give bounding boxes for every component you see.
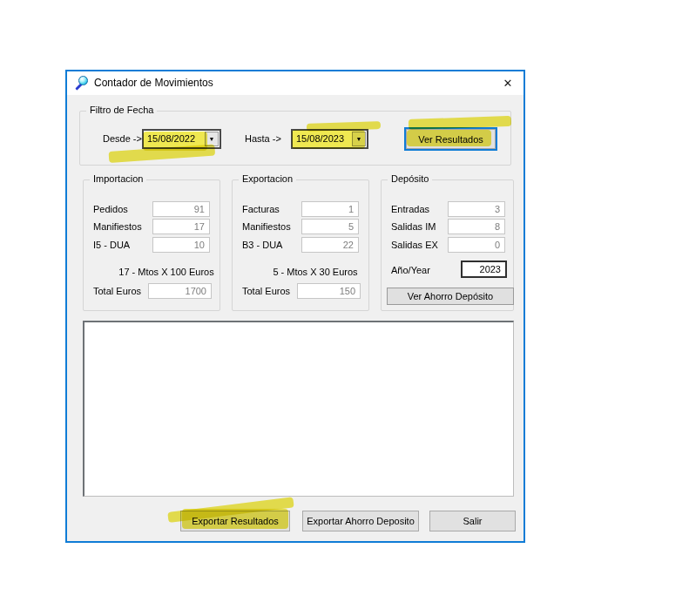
- total-euros-imp-label: Total Euros: [93, 283, 141, 299]
- salidas-ex-field: 0: [448, 237, 505, 253]
- group-importacion: Importacion Pedidos 91 Manifiestos 17 I5…: [83, 179, 220, 311]
- ver-ahorro-deposito-button[interactable]: Ver Ahorro Depósito: [387, 288, 514, 305]
- titlebar[interactable]: Contador de Movimientos ✕: [67, 71, 524, 95]
- importacion-note: 17 - Mtos X 100 Euros: [84, 264, 220, 280]
- desde-date-value: 15/08/2022: [147, 131, 203, 147]
- ver-resultados-button[interactable]: Ver Resultados: [404, 127, 497, 151]
- pedidos-field: 91: [152, 201, 210, 217]
- i5-dua-label: I5 - DUA: [93, 237, 130, 253]
- magnifier-lens: [78, 76, 88, 85]
- manifiestos-exp-field: 5: [301, 219, 359, 234]
- group-deposito: Depósito Entradas 3 Salidas IM 8 Salidas…: [381, 179, 514, 311]
- window-title: Contador de Movimientos: [94, 71, 213, 95]
- total-euros-exp-field: 150: [297, 283, 361, 299]
- desde-date-combobox[interactable]: 15/08/2022 ▼: [142, 129, 221, 149]
- pedidos-label: Pedidos: [93, 201, 128, 217]
- group-deposito-legend: Depósito: [388, 173, 432, 184]
- chevron-down-icon: ▼: [356, 136, 362, 142]
- facturas-label: Facturas: [242, 201, 280, 217]
- exportar-ahorro-deposito-button[interactable]: Exportar Ahorro Deposito: [302, 511, 419, 531]
- desde-dropdown-button[interactable]: ▼: [205, 132, 219, 146]
- results-listbox[interactable]: [83, 321, 514, 497]
- salir-button[interactable]: Salir: [429, 511, 516, 531]
- facturas-field: 1: [301, 201, 359, 217]
- dialog-contador-de-movimientos: Contador de Movimientos ✕ Filtro de Fech…: [65, 70, 525, 543]
- hasta-date-combobox[interactable]: 15/08/2023 ▼: [291, 129, 368, 149]
- salidas-im-field: 8: [448, 219, 505, 234]
- hasta-label: Hasta ->: [245, 131, 281, 146]
- group-exportacion: Exportacion Facturas 1 Manifiestos 5 B3 …: [232, 179, 369, 311]
- exportacion-note: 5 - Mtos X 30 Euros: [233, 264, 368, 280]
- desde-label: Desde ->: [103, 131, 142, 146]
- group-importacion-legend: Importacion: [90, 173, 146, 184]
- desktop-background: Contador de Movimientos ✕ Filtro de Fech…: [0, 0, 689, 616]
- manifiestos-exp-label: Manifiestos: [242, 219, 291, 234]
- entradas-field: 3: [448, 201, 505, 217]
- magnifier-icon: [75, 76, 89, 90]
- salidas-im-label: Salidas IM: [391, 219, 436, 234]
- close-icon[interactable]: ✕: [498, 75, 517, 91]
- chevron-down-icon: ▼: [209, 136, 215, 142]
- salidas-ex-label: Salidas EX: [391, 237, 438, 253]
- group-exportacion-legend: Exportacion: [239, 173, 296, 184]
- b3-dua-field: 22: [301, 237, 359, 253]
- total-euros-exp-label: Total Euros: [242, 283, 290, 299]
- hasta-date-value: 15/08/2023: [296, 131, 350, 147]
- manifiestos-imp-field: 17: [152, 219, 210, 234]
- entradas-label: Entradas: [391, 201, 429, 217]
- manifiestos-imp-label: Manifiestos: [93, 219, 142, 234]
- group-filtro-de-fecha: Filtro de Fecha Desde -> 15/08/2022 ▼ Ha…: [79, 111, 511, 166]
- total-euros-imp-field: 1700: [148, 283, 212, 299]
- i5-dua-field: 10: [152, 237, 210, 253]
- b3-dua-label: B3 - DUA: [242, 237, 282, 253]
- group-filtro-legend: Filtro de Fecha: [86, 105, 157, 115]
- exportar-resultados-button[interactable]: Exportar Resultados: [180, 511, 290, 531]
- anio-year-label: Año/Year: [391, 262, 430, 278]
- anio-year-field[interactable]: 2023: [461, 261, 507, 278]
- hasta-dropdown-button[interactable]: ▼: [352, 132, 366, 146]
